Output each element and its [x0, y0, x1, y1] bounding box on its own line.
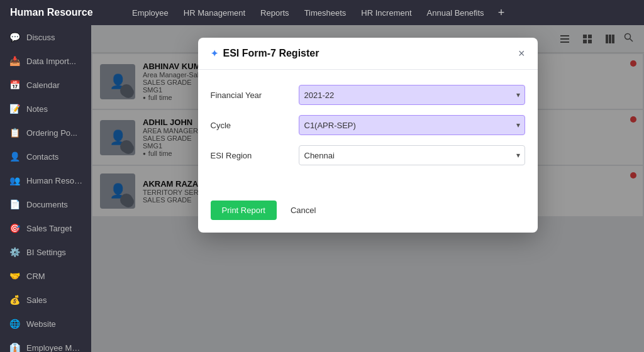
website-icon: 🌐 — [9, 318, 20, 329]
sidebar-item-crm[interactable]: 🤝 CRM — [0, 264, 91, 288]
esi-region-label: ESI Region — [211, 151, 299, 160]
sidebar-label-discuss: Discuss — [26, 33, 55, 42]
modal-footer: Print Report Cancel — [198, 190, 538, 233]
documents-icon: 📄 — [9, 199, 20, 210]
sidebar-label-crm: CRM — [26, 272, 45, 281]
sidebar-label-website: Website — [26, 319, 56, 329]
sidebar-item-contacts[interactable]: 👤 Contacts — [0, 145, 91, 168]
human-resource-icon: 👥 — [9, 175, 20, 186]
nav-timesheets[interactable]: Timesheets — [298, 6, 353, 20]
notes-icon: 📝 — [9, 103, 20, 114]
cycle-select-wrapper: C1(APR-SEP) C2(OCT-MAR) — [299, 115, 525, 135]
calendar-icon: 📅 — [9, 79, 20, 91]
sidebar-label-human-resource: Human Resou... — [26, 176, 82, 185]
sidebar-label-sales: Sales — [26, 295, 47, 305]
sidebar-item-calendar[interactable]: 📅 Calendar — [0, 73, 91, 97]
cycle-select[interactable]: C1(APR-SEP) C2(OCT-MAR) — [299, 115, 525, 135]
sidebar-label-bi-settings: BI Settings — [26, 248, 66, 257]
nav-add-button[interactable]: + — [493, 6, 510, 19]
sales-icon: 💰 — [9, 294, 20, 305]
sidebar-item-employee-ma[interactable]: 👔 Employee Ma... — [0, 336, 91, 352]
modal-header: ✦ ESI Form-7 Register × — [198, 38, 538, 70]
sidebar-label-data-import: Data Import... — [26, 57, 76, 66]
financial-year-select[interactable]: 2021-22 2022-23 2023-24 — [299, 85, 525, 105]
sidebar-item-notes[interactable]: 📝 Notes — [0, 97, 91, 121]
financial-year-row: Financial Year 2021-22 2022-23 2023-24 — [211, 85, 525, 105]
ordering-po-icon: 📋 — [9, 127, 20, 138]
sidebar-item-discuss[interactable]: 💬 Discuss — [0, 25, 91, 49]
sales-target-icon: 🎯 — [9, 223, 20, 234]
esi-region-select[interactable]: Chennai Mumbai Delhi Bangalore — [299, 145, 525, 165]
data-import-icon: 📥 — [9, 55, 20, 67]
esi-form-modal: ✦ ESI Form-7 Register × Financial Year 2… — [198, 38, 538, 233]
financial-year-select-wrapper: 2021-22 2022-23 2023-24 — [299, 85, 525, 105]
app-title: Human Resource — [10, 7, 111, 18]
sidebar-label-sales-target: Sales Target — [26, 224, 72, 233]
nav-hr-management[interactable]: HR Management — [177, 6, 252, 20]
sidebar-item-sales[interactable]: 💰 Sales — [0, 288, 91, 312]
cancel-button[interactable]: Cancel — [283, 201, 323, 220]
discuss-icon: 💬 — [9, 31, 20, 43]
sidebar-item-website[interactable]: 🌐 Website — [0, 312, 91, 336]
nav-annual-benefits[interactable]: Annual Benefits — [421, 6, 491, 20]
sidebar-item-human-resource[interactable]: 👥 Human Resou... — [0, 168, 91, 192]
crm-icon: 🤝 — [9, 270, 20, 282]
main-layout: 💬 Discuss 📥 Data Import... 📅 Calendar 📝 … — [0, 25, 644, 352]
esi-region-row: ESI Region Chennai Mumbai Delhi Bangalor… — [211, 145, 525, 165]
modal-overlay: ✦ ESI Form-7 Register × Financial Year 2… — [91, 25, 644, 352]
sidebar-item-sales-target[interactable]: 🎯 Sales Target — [0, 216, 91, 240]
nav-employee[interactable]: Employee — [126, 6, 175, 20]
sidebar-item-bi-settings[interactable]: ⚙️ BI Settings — [0, 240, 91, 264]
financial-year-label: Financial Year — [211, 91, 299, 100]
top-nav: Human Resource Employee HR Management Re… — [0, 0, 644, 25]
modal-title-icon: ✦ — [211, 48, 218, 58]
nav-hr-increment[interactable]: HR Increment — [355, 6, 418, 20]
modal-close-button[interactable]: × — [518, 48, 525, 59]
employee-ma-icon: 👔 — [9, 342, 20, 352]
sidebar-label-notes: Notes — [26, 104, 48, 114]
cycle-label: Cycle — [211, 121, 299, 130]
sidebar-label-employee-ma: Employee Ma... — [26, 343, 82, 353]
sidebar-label-contacts: Contacts — [26, 152, 58, 162]
sidebar-item-data-import[interactable]: 📥 Data Import... — [0, 49, 91, 73]
modal-title: ✦ ESI Form-7 Register — [211, 48, 319, 59]
sidebar: 💬 Discuss 📥 Data Import... 📅 Calendar 📝 … — [0, 25, 91, 352]
nav-menu: Employee HR Management Reports Timesheet… — [126, 6, 634, 20]
nav-reports[interactable]: Reports — [254, 6, 296, 20]
sidebar-item-documents[interactable]: 📄 Documents — [0, 192, 91, 216]
sidebar-item-ordering-po[interactable]: 📋 Ordering Po... — [0, 121, 91, 145]
cycle-row: Cycle C1(APR-SEP) C2(OCT-MAR) — [211, 115, 525, 135]
modal-title-text: ESI Form-7 Register — [223, 48, 319, 59]
print-report-button[interactable]: Print Report — [211, 201, 277, 220]
bi-settings-icon: ⚙️ — [9, 246, 20, 258]
modal-body: Financial Year 2021-22 2022-23 2023-24 C… — [198, 70, 538, 190]
sidebar-label-calendar: Calendar — [26, 80, 60, 90]
content-area: 👤 + ABHINAV KUMAR Area Manager-Sales & S… — [91, 25, 644, 352]
esi-region-select-wrapper: Chennai Mumbai Delhi Bangalore — [299, 145, 525, 165]
sidebar-label-documents: Documents — [26, 200, 68, 209]
contacts-icon: 👤 — [9, 151, 20, 162]
sidebar-label-ordering-po: Ordering Po... — [26, 128, 77, 138]
